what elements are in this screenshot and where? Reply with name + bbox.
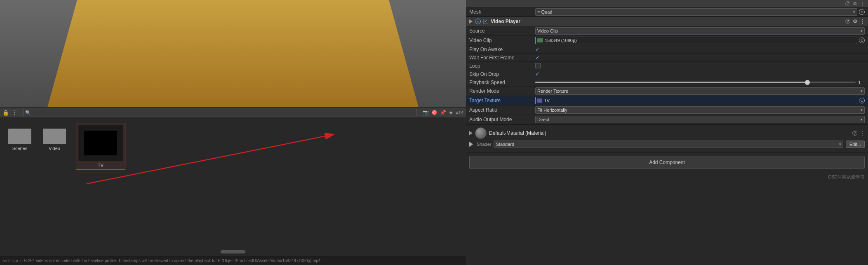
project-icon-2: 🎯 (431, 110, 438, 115)
aspect-ratio-row: Aspect Ratio Fit Horizontally ▾ (466, 106, 868, 115)
video-player-section: ● ✓ Video Player ? ⚙ ⋮ Source Video Clip… (466, 17, 868, 125)
horizontal-scrollbar[interactable] (221, 250, 245, 253)
scene-viewport (0, 0, 466, 107)
mesh-dropdown[interactable]: ≡ Quad ▾ (535, 8, 857, 16)
playback-speed-track[interactable] (535, 82, 856, 83)
folder-icon-scenes (8, 124, 31, 144)
target-texture-circle[interactable]: ⊙ (859, 98, 865, 103)
question-icon-mat: ? (852, 131, 857, 136)
target-texture-field[interactable]: TV (535, 97, 857, 104)
eye-icon-vp[interactable]: ● (475, 19, 481, 24)
playback-speed-row: Playback Speed 1 (466, 78, 868, 87)
play-on-awake-row: Play On Awake ✓ (466, 45, 868, 54)
playback-speed-value: 1 (858, 80, 865, 85)
render-mode-dropdown[interactable]: Render Texture ▾ (535, 87, 865, 95)
inspector-panel: ? ⚙ ⋮ Mesh ≡ Quad ▾ ⊙ (466, 0, 868, 265)
project-toolbar: 🔒 ⋮ 🔍 📷 🎯 📌 ★ ≡14 (0, 107, 466, 118)
overflow-mat: ⋮ (860, 130, 865, 136)
audio-output-mode-row: Audio Output Mode Direct ▾ (466, 115, 868, 124)
lock-icon: 🔒 (2, 110, 9, 116)
wait-first-frame-check[interactable]: ✓ (535, 54, 540, 61)
play-btn-mat[interactable]: Shader Standard ▾ Edit... (469, 139, 865, 150)
video-clip-row: Video Clip 158349 (1080p) ⊙ (466, 36, 868, 45)
overflow-icon: ⋮ (12, 109, 17, 116)
mesh-row: Mesh ≡ Quad ▾ ⊙ (466, 7, 868, 17)
overflow-vp: ⋮ (860, 19, 865, 24)
video-clip-icon (537, 38, 543, 42)
target-texture-row: Target Texture TV ⊙ (466, 96, 868, 106)
project-icon-1: 📷 (423, 110, 429, 115)
loop-checkbox[interactable] (535, 63, 541, 68)
material-sphere (475, 127, 487, 139)
wait-first-frame-row: Wait For First Frame ✓ (466, 54, 868, 62)
project-icon-3: 📌 (440, 110, 446, 115)
play-on-awake-check[interactable]: ✓ (535, 46, 540, 52)
aspect-ratio-dropdown[interactable]: Fit Horizontally ▾ (535, 106, 865, 114)
asset-label-tv: TV (98, 163, 104, 168)
watermark: CSDN 阿从爱学习 (466, 172, 868, 182)
overflow-top: ⋮ (860, 1, 865, 7)
project-icon-4: ★ (449, 110, 453, 115)
shader-label: Shader (477, 142, 491, 147)
edit-shader-button[interactable]: Edit... (846, 141, 865, 148)
material-header: Default-Material (Material) ? ⋮ (469, 127, 865, 139)
source-dropdown[interactable]: Video Clip ▾ (535, 27, 865, 35)
material-name: Default-Material (Material) (489, 130, 850, 136)
question-icon-vp: ? (845, 19, 850, 24)
tv-thumbnail (78, 125, 123, 161)
shader-dropdown[interactable]: Standard ▾ (494, 141, 843, 148)
skip-on-drop-row: Skip On Drop ✓ (466, 70, 868, 78)
video-clip-circle[interactable]: ⊙ (859, 38, 865, 43)
asset-item-scenes[interactable]: Scenes (7, 123, 33, 152)
settings-icon-vp: ⚙ (853, 19, 857, 24)
render-mode-row: Render Mode Render Texture ▾ (466, 87, 868, 96)
video-player-title: Video Player (491, 19, 843, 24)
asset-label-scenes: Scenes (12, 146, 28, 151)
video-clip-field[interactable]: 158349 (1080p) (535, 37, 857, 44)
search-icon: 🔍 (25, 110, 31, 115)
settings-icon-top: ⚙ (853, 1, 857, 7)
asset-label-video: Video (49, 146, 60, 151)
asset-item-tv[interactable]: TV (76, 123, 125, 170)
inspector-top-row: ? ⚙ ⋮ (466, 0, 868, 7)
tv-texture-icon (537, 98, 542, 103)
loop-row: Loop (466, 62, 868, 70)
skip-on-drop-check[interactable]: ✓ (535, 71, 540, 77)
watermark-text: CSDN 阿从爱学习 (828, 174, 865, 179)
enabled-checkbox-vp[interactable]: ✓ (483, 19, 488, 24)
add-component-button[interactable]: Add Component (469, 156, 865, 169)
video-player-header: ● ✓ Video Player ? ⚙ ⋮ (466, 17, 868, 26)
expand-triangle-mat[interactable] (469, 131, 473, 135)
status-bar: an occur in H.264 videos not encoded wit… (0, 256, 466, 265)
asset-item-video[interactable]: Video (41, 123, 68, 152)
question-icon-top: ? (845, 1, 850, 6)
audio-output-dropdown[interactable]: Direct ▾ (535, 116, 865, 123)
folder-icon-video (43, 124, 66, 144)
mesh-circle-btn[interactable]: ⊙ (859, 9, 865, 15)
project-browser: Scenes Video TV (0, 118, 466, 256)
source-row: Source Video Clip ▾ (466, 26, 868, 36)
red-arrow (0, 118, 466, 256)
material-section: Default-Material (Material) ? ⋮ Shader S… (466, 125, 868, 152)
layer-count: ≡14 (456, 110, 463, 115)
status-message: an occur in H.264 videos not encoded wit… (2, 258, 320, 263)
expand-triangle-vp[interactable] (469, 19, 473, 23)
